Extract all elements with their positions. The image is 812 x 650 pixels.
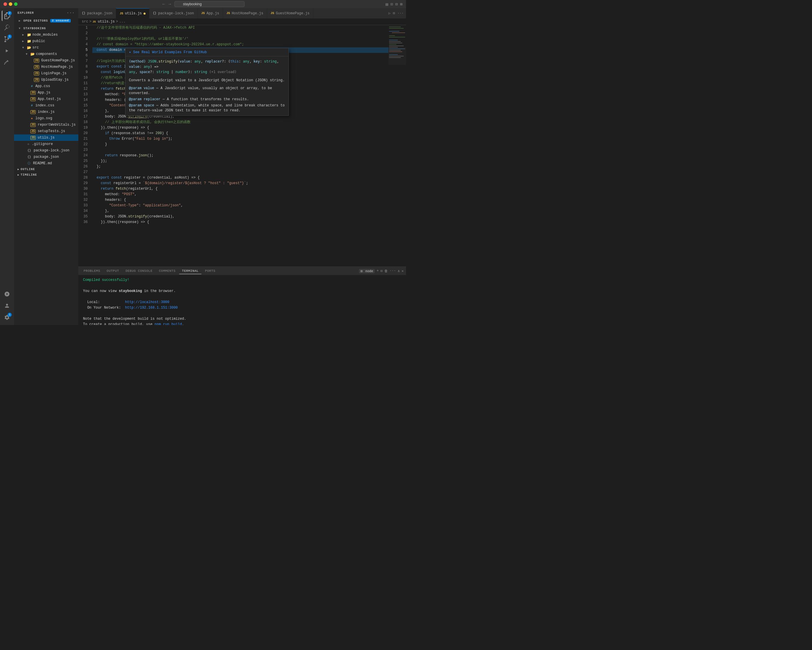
nav-forward-button[interactable]: → xyxy=(168,2,172,6)
sidebar-item-utils-js[interactable]: ▶ JS utils.js xyxy=(14,134,78,141)
terminal-line-8: Note that the development build is not o… xyxy=(83,316,401,322)
sidebar-item-components[interactable]: ▼ 📂 components xyxy=(14,51,78,57)
sidebar-item-uploadstay[interactable]: ▶ JS UploadStay.js xyxy=(14,76,78,83)
chevron-icon: ▼ xyxy=(22,46,26,49)
timeline-section[interactable]: ▶ TIMELINE xyxy=(14,172,78,178)
json-tab-icon: {} xyxy=(153,12,156,15)
split-editor-icon[interactable]: ⊡ xyxy=(391,2,393,7)
intellisense-popup: ✦ See Real World Examples From GitHub (m… xyxy=(125,48,289,116)
open-editors-chevron: ▶ xyxy=(19,19,22,23)
line-numbers: 1 2 3 4 5 6 7 8 9 10 11 12 13 14 15 16 1 xyxy=(78,25,90,267)
sidebar-item-app-test[interactable]: ▶ JS App.test.js xyxy=(14,96,78,102)
customize-layout-icon[interactable]: ⊞ xyxy=(400,2,403,7)
timeline-chevron: ▶ xyxy=(18,173,19,177)
open-editors-section[interactable]: ▶ OPEN EDITORS 2 unsaved xyxy=(14,18,78,24)
css-icon: # xyxy=(31,85,33,88)
sidebar-item-gitignore[interactable]: ▶ ◇ .gitignore xyxy=(14,141,78,147)
panel-tab-problems[interactable]: PROBLEMS xyxy=(81,268,103,274)
sidebar-item-node-modules[interactable]: ▶ 📁 node_modules xyxy=(14,32,78,38)
tooltip-param-value: @param value — A JavaScript value, usual… xyxy=(125,85,288,96)
svg-rect-5 xyxy=(389,35,395,36)
js-tab-icon: JS xyxy=(201,12,205,15)
svg-rect-17 xyxy=(389,54,398,55)
breadcrumb-src[interactable]: src xyxy=(82,20,88,24)
search-input[interactable] xyxy=(174,1,245,7)
svg-rect-11 xyxy=(389,46,404,46)
sidebar-item-logo-svg[interactable]: ▶ ◈ logo.svg xyxy=(14,115,78,122)
sidebar-item-hosthomepage[interactable]: ▶ JS HostHomePage.js xyxy=(14,64,78,70)
json-icon: {} xyxy=(27,156,32,159)
activity-extensions[interactable] xyxy=(2,57,12,68)
panel-tab-debug-console[interactable]: DEBUG CONSOLE xyxy=(122,268,155,274)
minimize-button[interactable] xyxy=(9,2,12,6)
split-editor-icon[interactable]: ⊡ xyxy=(393,11,395,15)
traffic-lights xyxy=(3,2,18,6)
svg-rect-16 xyxy=(389,52,402,52)
editor-content[interactable]: 1 2 3 4 5 6 7 8 9 10 11 12 13 14 15 16 1 xyxy=(78,25,406,267)
tab-package-lock[interactable]: {} package-lock.json xyxy=(150,8,198,18)
tab-guesthomepage[interactable]: JS GuestHomePage.js xyxy=(267,8,313,18)
sidebar-item-package-lock[interactable]: ▶ {} package-lock.json xyxy=(14,147,78,154)
sidebar-item-setuptests[interactable]: ▶ JS setupTests.js xyxy=(14,128,78,134)
code-line-31: method: "POST", xyxy=(92,192,388,197)
sidebar-item-index-css[interactable]: ▶ # index.css xyxy=(14,102,78,109)
terminal-content[interactable]: Compiled successfully! You can now view … xyxy=(78,275,406,325)
sidebar-item-src[interactable]: ▼ 📂 src xyxy=(14,44,78,51)
activity-source-control[interactable]: 1 xyxy=(2,34,12,44)
sidebar-item-package-json[interactable]: ▶ {} package.json xyxy=(14,154,78,160)
svg-rect-6 xyxy=(389,37,405,37)
tooltip-header[interactable]: ✦ See Real World Examples From GitHub xyxy=(125,48,288,56)
sidebar-item-app-js[interactable]: ▶ JS App.js xyxy=(14,89,78,96)
panel-tab-output[interactable]: OUTPUT xyxy=(104,268,122,274)
panel-toggle-icon[interactable]: ⊟ xyxy=(395,2,397,7)
tab-utils-js[interactable]: JS utils.js xyxy=(116,8,150,18)
tab-package-json[interactable]: {} package.json xyxy=(78,8,116,18)
activity-explorer[interactable]: 2 xyxy=(2,11,12,21)
sidebar-item-reportwebvitals[interactable]: ▶ JS reportWebVitals.js xyxy=(14,122,78,128)
split-terminal-icon[interactable]: ⊡ xyxy=(380,269,383,273)
minimap xyxy=(388,25,406,267)
activity-search[interactable] xyxy=(2,22,12,33)
git-icon: ◇ xyxy=(27,142,30,146)
outline-chevron: ▶ xyxy=(18,168,19,171)
close-panel-icon[interactable]: ✕ xyxy=(401,269,404,273)
sidebar-item-public[interactable]: ▶ 📁 public xyxy=(14,38,78,44)
run-icon[interactable]: ▷ xyxy=(388,11,391,15)
breadcrumb: src > JS utils.js > ... xyxy=(78,18,406,25)
sidebar-item-readme[interactable]: ▶ ⓘ README.md xyxy=(14,160,78,166)
explorer-actions[interactable]: ··· xyxy=(67,11,75,15)
panel-tab-comments[interactable]: COMMENTS xyxy=(156,268,179,274)
panel-tab-terminal[interactable]: TERMINAL xyxy=(179,268,202,274)
chevron-icon: ▶ xyxy=(22,40,26,43)
breadcrumb-utils-js[interactable]: JS utils.js xyxy=(93,20,115,24)
more-terminal-icon[interactable]: ··· xyxy=(390,269,396,273)
outline-section[interactable]: ▶ OUTLINE xyxy=(14,166,78,172)
js-tab-icon: JS xyxy=(226,12,230,15)
svg-rect-4 xyxy=(392,32,405,33)
add-terminal-icon[interactable]: + xyxy=(377,269,379,273)
sidebar-toggle-icon[interactable]: ▤ xyxy=(386,2,388,7)
sidebar-item-loginpage[interactable]: ▶ JS LoginPage.js xyxy=(14,70,78,76)
tab-hosthomepage[interactable]: JS HostHomePage.js xyxy=(223,8,267,18)
activity-run[interactable] xyxy=(2,46,12,56)
chevron-up-icon[interactable]: ∧ xyxy=(398,269,400,273)
activity-remote[interactable] xyxy=(2,289,12,299)
nav-back-button[interactable]: ← xyxy=(161,2,166,6)
code-line-27 xyxy=(92,169,388,175)
sidebar-item-app-css[interactable]: ▶ # App.css xyxy=(14,83,78,89)
tab-app-js[interactable]: JS App.js xyxy=(198,8,223,18)
activity-settings[interactable]: 1 xyxy=(2,312,12,323)
more-actions-icon[interactable]: ··· xyxy=(397,11,404,15)
sidebar-item-index-js[interactable]: ▶ JS index.js xyxy=(14,109,78,115)
kill-terminal-icon[interactable]: 🗑 xyxy=(385,269,388,273)
close-button[interactable] xyxy=(3,2,7,6)
maximize-button[interactable] xyxy=(14,2,18,6)
panel-tab-ports[interactable]: PORTS xyxy=(202,268,218,274)
md-icon: ⓘ xyxy=(27,161,31,165)
tooltip-param-space: @param space — Adds indentation, white s… xyxy=(125,102,288,116)
sidebar-item-guesthomepage[interactable]: ▶ JS GuestHomePage.js xyxy=(14,57,78,64)
project-section[interactable]: ▼ STAYBOOKING xyxy=(14,25,78,32)
code-line-22: } xyxy=(92,142,388,147)
activity-account[interactable] xyxy=(2,301,12,311)
breadcrumb-more[interactable]: ... xyxy=(119,20,126,24)
